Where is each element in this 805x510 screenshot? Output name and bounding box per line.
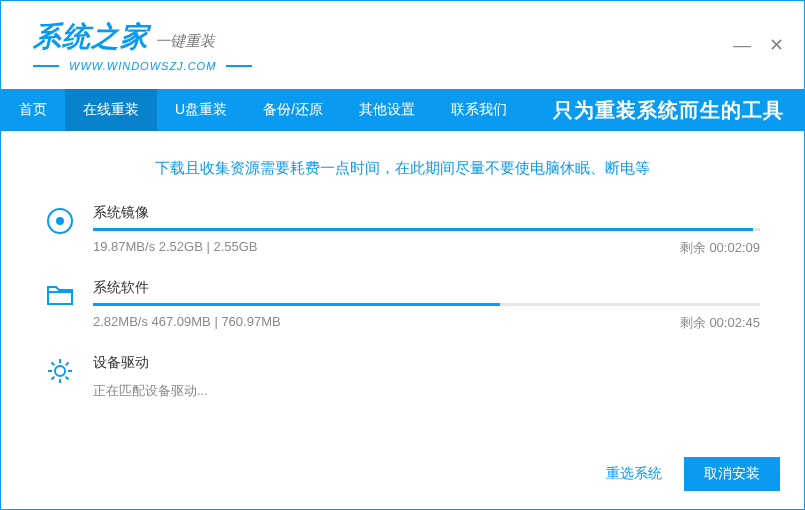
task-remaining: 剩余 00:02:45 (680, 314, 760, 332)
titlebar: 系统之家 一键重装 WWW.WINDOWSZJ.COM — ✕ (1, 1, 804, 89)
nav-home[interactable]: 首页 (1, 89, 65, 131)
task-system-image: 系统镜像 19.87MB/s 2.52GB | 2.55GB 剩余 00:02:… (45, 204, 760, 257)
window-controls: — ✕ (733, 36, 784, 54)
brand-url: WWW.WINDOWSZJ.COM (69, 60, 216, 72)
task-title: 系统软件 (93, 279, 760, 297)
task-drivers: 设备驱动 正在匹配设备驱动... (45, 354, 760, 400)
content: 下载且收集资源需要耗费一点时间，在此期间尽量不要使电脑休眠、断电等 系统镜像 1… (1, 131, 804, 509)
task-stats: 2.82MB/s 467.09MB | 760.97MB (93, 314, 281, 332)
progress-fill (93, 228, 753, 231)
nav-other-settings[interactable]: 其他设置 (341, 89, 433, 131)
task-message: 正在匹配设备驱动... (93, 382, 760, 400)
minimize-button[interactable]: — (733, 36, 751, 54)
close-button[interactable]: ✕ (769, 36, 784, 54)
folder-icon (45, 281, 75, 311)
brand-title: 系统之家 (33, 18, 149, 56)
svg-point-2 (55, 366, 65, 376)
decor-line-left (33, 65, 59, 67)
decor-line-right (226, 65, 252, 67)
task-remaining: 剩余 00:02:09 (680, 239, 760, 257)
notice-text: 下载且收集资源需要耗费一点时间，在此期间尽量不要使电脑休眠、断电等 (45, 159, 760, 178)
brand: 系统之家 一键重装 WWW.WINDOWSZJ.COM (33, 18, 252, 72)
task-title: 设备驱动 (93, 354, 760, 372)
nav-online-reinstall[interactable]: 在线重装 (65, 89, 157, 131)
progress-bar (93, 303, 760, 306)
nav-contact[interactable]: 联系我们 (433, 89, 525, 131)
nav-backup-restore[interactable]: 备份/还原 (245, 89, 341, 131)
svg-point-1 (57, 218, 63, 224)
cancel-install-button[interactable]: 取消安装 (684, 457, 780, 491)
nav-slogan: 只为重装系统而生的工具 (553, 89, 804, 131)
brand-subtitle: 一键重装 (155, 32, 215, 51)
disc-icon (45, 206, 75, 236)
progress-bar (93, 228, 760, 231)
progress-fill (93, 303, 500, 306)
navbar: 首页 在线重装 U盘重装 备份/还原 其他设置 联系我们 只为重装系统而生的工具 (1, 89, 804, 131)
task-system-software: 系统软件 2.82MB/s 467.09MB | 760.97MB 剩余 00:… (45, 279, 760, 332)
app-window: 系统之家 一键重装 WWW.WINDOWSZJ.COM — ✕ 首页 在线重装 … (0, 0, 805, 510)
task-title: 系统镜像 (93, 204, 760, 222)
footer: 重选系统 取消安装 (606, 457, 780, 491)
nav-usb-reinstall[interactable]: U盘重装 (157, 89, 245, 131)
reselect-system-link[interactable]: 重选系统 (606, 465, 662, 483)
gear-icon (45, 356, 75, 386)
task-stats: 19.87MB/s 2.52GB | 2.55GB (93, 239, 258, 257)
